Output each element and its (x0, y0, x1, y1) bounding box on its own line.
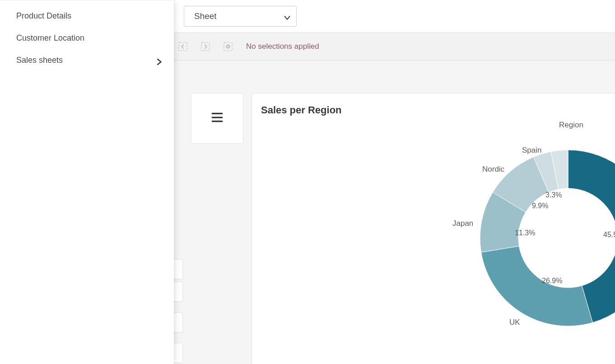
chart-legend-title: Region (559, 121, 583, 130)
filter-panel-toggle[interactable] (191, 93, 243, 144)
pct-label-japan: 11.3% (515, 229, 535, 237)
content-area: Sheet No selections applied (174, 0, 615, 364)
slice-uk[interactable] (481, 246, 593, 326)
selections-bar: No selections applied (174, 33, 615, 61)
sidebar-item-customer-location[interactable]: Customer Location (0, 27, 174, 49)
hidden-panel-stub (174, 259, 183, 279)
menu-icon (211, 112, 224, 125)
slice-label-spain: Spain (522, 146, 541, 155)
chevron-down-icon (284, 14, 289, 19)
hidden-panel-stub (174, 313, 183, 332)
chart-title: Sales per Region (261, 104, 615, 116)
sidebar-item-product-details[interactable]: Product Details (0, 0, 174, 27)
sidebar-item-label: Customer Location (16, 33, 84, 43)
slice-label-japan: Japan (452, 219, 473, 228)
sheet-nav-sidebar: Product Details Customer Location Sales … (0, 0, 174, 364)
selection-back-icon[interactable] (176, 39, 190, 54)
svg-rect-0 (179, 42, 187, 50)
hidden-panel-stub (174, 282, 183, 302)
slice-label-nordic: Nordic (482, 165, 504, 174)
chart-card[interactable]: Sales per Region Region USA UK Japan Nor… (252, 93, 615, 364)
pct-label-usa: 45.5% (603, 231, 615, 239)
selection-clear-icon[interactable] (221, 39, 235, 54)
sheet-dropdown-label: Sheet (194, 11, 217, 21)
pct-label-spain: 3.3% (545, 191, 562, 199)
donut-chart[interactable]: USA UK Japan Nordic Spain 45.5% 26.9% 11… (378, 134, 615, 364)
pct-label-uk: 26.9% (542, 277, 562, 285)
canvas: Sales per Region Region USA UK Japan Nor… (174, 61, 615, 364)
sidebar-item-sales-sheets[interactable]: Sales sheets (0, 49, 174, 71)
topbar: Sheet (174, 0, 615, 33)
svg-rect-1 (201, 42, 210, 50)
pct-label-nordic: 9.9% (532, 202, 548, 210)
chevron-right-icon (155, 58, 160, 63)
sheet-dropdown[interactable]: Sheet (184, 6, 297, 27)
selections-message: No selections applied (246, 42, 319, 51)
slice-label-uk: UK (509, 318, 520, 327)
selection-forward-icon[interactable] (198, 39, 213, 54)
hidden-panel-stub (174, 343, 183, 363)
sidebar-item-label: Product Details (16, 11, 71, 21)
sidebar-item-label: Sales sheets (16, 56, 63, 65)
